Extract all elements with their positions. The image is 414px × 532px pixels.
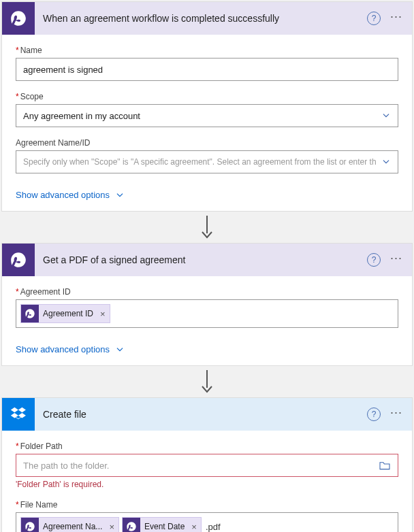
- name-field: *Name: [16, 46, 398, 81]
- filename-field: *File Name Agreement Na... × Event Date …: [16, 500, 398, 532]
- file-extension: .pdf: [206, 522, 221, 532]
- token-remove-icon[interactable]: ×: [187, 522, 201, 532]
- action-pdf-body: *Agreement ID Agreement ID ×: [2, 276, 412, 342]
- name-input[interactable]: [16, 58, 398, 81]
- action-pdf-title: Get a PDF of a signed agreement: [35, 254, 367, 265]
- agreement-label: Agreement Name/ID: [16, 138, 398, 148]
- connector-arrow-icon: [201, 216, 213, 239]
- trigger-body: *Name *Scope Any agreement in my account…: [2, 35, 412, 187]
- adobe-sign-icon: [2, 2, 35, 35]
- folder-path-input[interactable]: The path to the folder.: [16, 454, 398, 477]
- filename-input[interactable]: Agreement Na... × Event Date × .pdf: [16, 512, 398, 532]
- token-agreement-id[interactable]: Agreement ID ×: [20, 304, 110, 323]
- trigger-card: When an agreement workflow is completed …: [1, 1, 413, 212]
- token-remove-icon[interactable]: ×: [96, 309, 110, 319]
- adobe-sign-icon: [2, 244, 35, 276]
- scope-value: Any agreement in my account: [23, 111, 140, 121]
- scope-select[interactable]: Any agreement in my account: [16, 104, 398, 127]
- chevron-down-icon: [381, 157, 391, 167]
- folder-picker-icon[interactable]: [379, 461, 391, 470]
- token-agreement-name[interactable]: Agreement Na... ×: [20, 517, 119, 532]
- token-label: Event Date: [144, 522, 187, 531]
- scope-field: *Scope Any agreement in my account: [16, 92, 398, 127]
- agreement-field: Agreement Name/ID Specify only when "Sco…: [16, 138, 398, 173]
- adobe-sign-icon: [21, 305, 39, 322]
- agreement-id-field: *Agreement ID Agreement ID ×: [16, 287, 398, 328]
- adobe-sign-icon: [123, 518, 140, 532]
- chevron-down-icon: [115, 345, 125, 354]
- agreement-id-label: *Agreement ID: [16, 287, 398, 297]
- scope-label: *Scope: [16, 92, 398, 101]
- adobe-sign-icon: [21, 518, 39, 532]
- action-create-file-body: *Folder Path The path to the folder. 'Fo…: [2, 431, 412, 532]
- more-menu-icon[interactable]: ···: [386, 13, 407, 24]
- trigger-header[interactable]: When an agreement workflow is completed …: [2, 2, 412, 35]
- action-create-file-title: Create file: [35, 409, 367, 420]
- action-create-file-header[interactable]: Create file ? ···: [2, 398, 412, 431]
- folder-path-label: *Folder Path: [16, 442, 398, 451]
- token-remove-icon[interactable]: ×: [105, 522, 118, 532]
- help-icon[interactable]: ?: [367, 408, 381, 421]
- token-label: Agreement ID: [43, 309, 96, 318]
- help-icon[interactable]: ?: [367, 253, 381, 267]
- action-pdf-header[interactable]: Get a PDF of a signed agreement ? ···: [2, 244, 412, 276]
- agreement-id-input[interactable]: Agreement ID ×: [16, 299, 398, 328]
- show-advanced-link[interactable]: Show advanced options: [2, 342, 125, 354]
- action-pdf-card: Get a PDF of a signed agreement ? ··· *A…: [1, 243, 413, 366]
- folder-path-placeholder: The path to the folder.: [23, 461, 109, 471]
- folder-path-error: 'Folder Path' is required.: [16, 480, 398, 489]
- filename-label: *File Name: [16, 500, 398, 510]
- agreement-placeholder: Specify only when "Scope" is "A specific…: [23, 157, 381, 167]
- connector-arrow-icon: [201, 370, 213, 393]
- action-create-file-card: Create file ? ··· *Folder Path The path …: [1, 397, 413, 532]
- chevron-down-icon: [381, 111, 391, 120]
- token-label: Agreement Na...: [43, 522, 105, 531]
- more-menu-icon[interactable]: ···: [386, 254, 407, 265]
- agreement-select[interactable]: Specify only when "Scope" is "A specific…: [16, 150, 398, 173]
- folder-path-field: *Folder Path The path to the folder. 'Fo…: [16, 442, 398, 489]
- show-advanced-link[interactable]: Show advanced options: [2, 187, 125, 200]
- name-label: *Name: [16, 46, 398, 55]
- trigger-title: When an agreement workflow is completed …: [35, 13, 367, 24]
- dropbox-icon: [2, 398, 35, 431]
- token-event-date[interactable]: Event Date ×: [122, 517, 202, 532]
- chevron-down-icon: [115, 190, 125, 200]
- help-icon[interactable]: ?: [367, 12, 381, 25]
- more-menu-icon[interactable]: ···: [386, 409, 407, 420]
